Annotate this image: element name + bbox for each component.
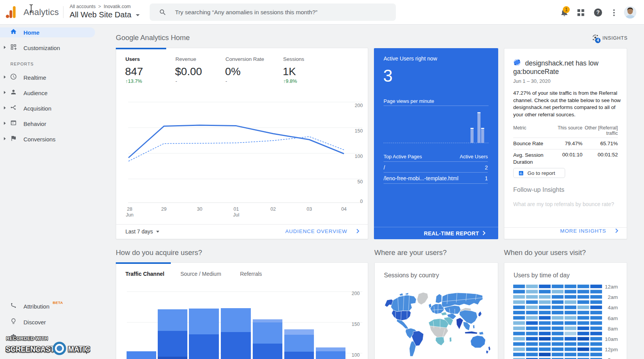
svg-text:100: 100 bbox=[352, 352, 360, 358]
svg-text:0: 0 bbox=[360, 199, 363, 204]
svg-text:30: 30 bbox=[197, 206, 202, 212]
svg-text:50: 50 bbox=[357, 179, 363, 185]
svg-text:01: 01 bbox=[234, 206, 239, 212]
svg-text:2am: 2am bbox=[608, 294, 618, 300]
svg-text:12am: 12am bbox=[605, 284, 618, 290]
svg-text:6am: 6am bbox=[608, 315, 618, 321]
svg-text:10am: 10am bbox=[605, 336, 618, 342]
svg-text:Jul: Jul bbox=[233, 212, 239, 218]
svg-text:8am: 8am bbox=[608, 326, 618, 332]
svg-text:29: 29 bbox=[161, 206, 167, 212]
svg-text:02: 02 bbox=[270, 206, 276, 212]
svg-text:200: 200 bbox=[352, 291, 360, 296]
svg-text:2pm: 2pm bbox=[608, 357, 618, 359]
svg-text:12pm: 12pm bbox=[605, 347, 618, 352]
svg-text:200: 200 bbox=[355, 103, 363, 108]
svg-text:03: 03 bbox=[307, 206, 312, 212]
svg-text:Jun: Jun bbox=[126, 212, 133, 218]
svg-text:150: 150 bbox=[355, 128, 363, 134]
svg-text:100: 100 bbox=[355, 154, 363, 159]
svg-text:150: 150 bbox=[352, 322, 360, 327]
svg-text:4am: 4am bbox=[608, 305, 618, 310]
svg-text:04: 04 bbox=[341, 206, 347, 212]
svg-text:28: 28 bbox=[127, 206, 132, 212]
